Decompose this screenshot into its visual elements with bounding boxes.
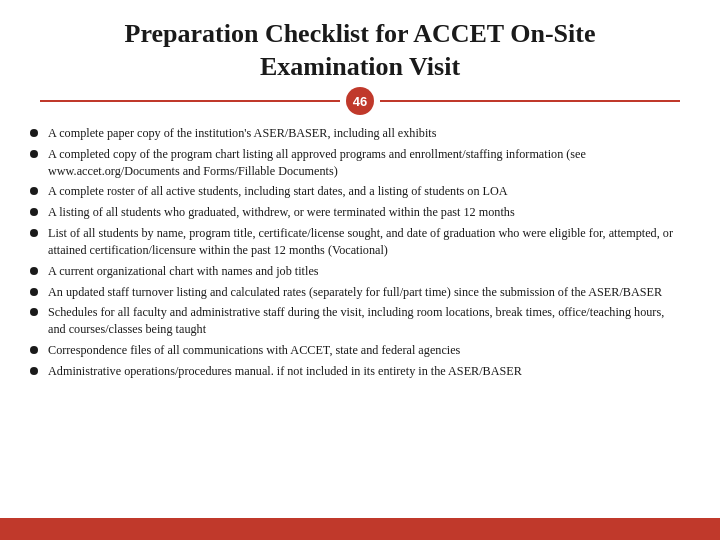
list-item-text: A listing of all students who graduated,… [48, 204, 515, 221]
content-section: A complete paper copy of the institution… [0, 115, 720, 518]
list-item-text: Schedules for all faculty and administra… [48, 304, 680, 338]
list-item: An updated staff turnover listing and ca… [30, 284, 680, 301]
bullet-dot [30, 129, 38, 137]
list-item-text: An updated staff turnover listing and ca… [48, 284, 662, 301]
title-line1: Preparation Checklist for ACCET On-Site [125, 19, 596, 48]
page-title: Preparation Checklist for ACCET On-Site … [40, 18, 680, 83]
list-item: A listing of all students who graduated,… [30, 204, 680, 221]
bullet-dot [30, 208, 38, 216]
list-item-text: List of all students by name, program ti… [48, 225, 680, 259]
bullet-dot [30, 229, 38, 237]
list-item: Correspondence files of all communicatio… [30, 342, 680, 359]
bullet-dot [30, 346, 38, 354]
bullet-dot [30, 187, 38, 195]
bullet-dot [30, 150, 38, 158]
page-container: Preparation Checklist for ACCET On-Site … [0, 0, 720, 540]
page-number-badge: 46 [346, 87, 374, 115]
list-item: A complete roster of all active students… [30, 183, 680, 200]
footer-bar [0, 518, 720, 540]
list-item-text: A complete roster of all active students… [48, 183, 508, 200]
divider-left [40, 100, 340, 102]
bullet-dot [30, 308, 38, 316]
divider-right [380, 100, 680, 102]
checklist: A complete paper copy of the institution… [30, 125, 680, 380]
list-item-text: Correspondence files of all communicatio… [48, 342, 460, 359]
list-item-text: A completed copy of the program chart li… [48, 146, 680, 180]
title-line2: Examination Visit [260, 52, 460, 81]
header-section: Preparation Checklist for ACCET On-Site … [0, 0, 720, 115]
bullet-dot [30, 288, 38, 296]
list-item: List of all students by name, program ti… [30, 225, 680, 259]
list-item-text: A current organizational chart with name… [48, 263, 319, 280]
list-item-text: A complete paper copy of the institution… [48, 125, 436, 142]
list-item: A current organizational chart with name… [30, 263, 680, 280]
list-item: A complete paper copy of the institution… [30, 125, 680, 142]
list-item-text: Administrative operations/procedures man… [48, 363, 522, 380]
bullet-dot [30, 367, 38, 375]
list-item: Administrative operations/procedures man… [30, 363, 680, 380]
list-item: A completed copy of the program chart li… [30, 146, 680, 180]
bullet-dot [30, 267, 38, 275]
divider-row: 46 [40, 87, 680, 115]
list-item: Schedules for all faculty and administra… [30, 304, 680, 338]
